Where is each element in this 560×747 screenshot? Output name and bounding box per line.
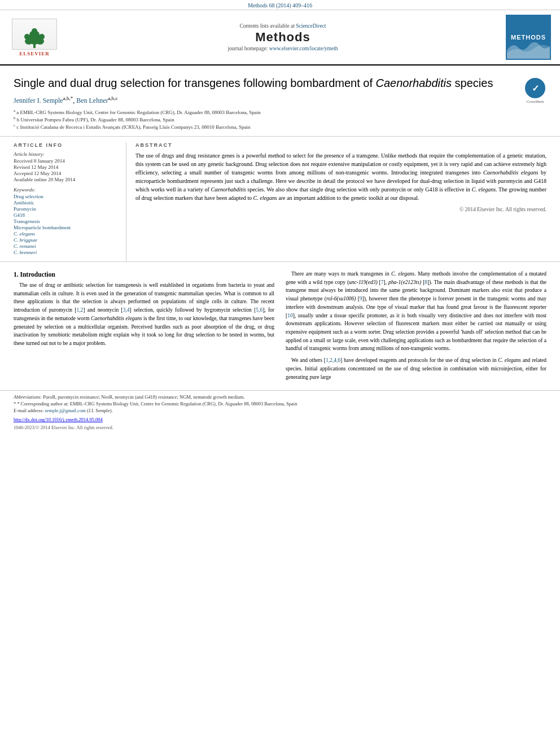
- article-title-text: Single and dual drug selection for trans…: [14, 76, 515, 130]
- keyword-1: Antibiotic: [14, 200, 119, 206]
- affiliation-b: b b Universitat Pompeu Fabra (UPF), Dr. …: [14, 116, 515, 123]
- ref-others-link[interactable]: 1,2,4,6: [326, 357, 340, 363]
- body-right-column: There are many ways to mark transgenes i…: [286, 270, 546, 385]
- svg-point-4: [24, 34, 30, 40]
- elsevier-logo-image: [12, 19, 57, 50]
- received-date: Received 8 January 2014: [14, 158, 119, 164]
- author-semple-affiliation: a,b,*: [63, 95, 73, 101]
- sciencedirect-link[interactable]: ScienceDirect: [296, 23, 326, 29]
- right-col-text: There are many ways to mark transgenes i…: [286, 270, 546, 381]
- author-lehner-affiliation: a,b,c: [108, 95, 117, 101]
- author-lehner-link[interactable]: Ben Lehner: [76, 97, 108, 104]
- author-semple-link[interactable]: Jennifer I. Semple: [14, 97, 63, 104]
- keyword-0: Drug selection: [14, 194, 119, 199]
- issn-text: 1046-2023/© 2014 Elsevier Inc. All right…: [14, 425, 113, 430]
- article-history: Article history: Received 8 January 2014…: [14, 151, 119, 182]
- contents-label: Contents lists available at: [239, 23, 294, 29]
- abbreviations-footnote: Abbreviations: PuroR, puromycin resistan…: [14, 394, 546, 400]
- svg-point-7: [32, 28, 37, 34]
- corresponding-footnote: * * Corresponding author at: EMBL-CRG Sy…: [14, 401, 546, 407]
- contents-availability-line: Contents lists available at ScienceDirec…: [60, 23, 506, 29]
- keyword-4: Transgenesis: [14, 219, 119, 224]
- sciencedirect-link-text: ScienceDirect: [296, 23, 326, 29]
- doi-footer: http://dx.doi.org/10.1016/j.ymeth.2014.0…: [0, 416, 560, 425]
- abbreviations-text: PuroR, puromycin resistance; NeoR, neomy…: [43, 394, 244, 400]
- crossmark-icon: ✓: [525, 78, 545, 98]
- doi-text: http://dx.doi.org/10.1016/j.ymeth.2014.0…: [14, 417, 103, 422]
- revised-date: Revised 12 May 2014: [14, 164, 119, 170]
- journal-name: Methods: [60, 30, 506, 45]
- history-label: Article history:: [14, 151, 119, 157]
- keyword-3: G418: [14, 212, 119, 218]
- article-authors: Jennifer I. Semplea,b,*, Ben Lehnera,b,c: [14, 95, 515, 105]
- issn-footer: 1046-2023/© 2014 Elsevier Inc. All right…: [0, 425, 560, 434]
- ref-10-link[interactable]: 10: [287, 313, 293, 318]
- methods-journal-logo: METHODS: [506, 15, 551, 60]
- body-left-column: 1. Introduction The use of drug or antib…: [14, 270, 274, 385]
- doi-link[interactable]: http://dx.doi.org/10.1016/j.ymeth.2014.0…: [14, 417, 103, 422]
- email-attribution: (J.I. Semple).: [87, 408, 113, 413]
- abbreviations-label: Abbreviations:: [14, 394, 42, 400]
- article-info-column: ARTICLE INFO Article history: Received 8…: [14, 142, 126, 261]
- journal-header: ELSEVIER Contents lists available at Sci…: [0, 10, 560, 65]
- homepage-url-text: www.elsevier.com/locate/ymeth: [269, 46, 338, 51]
- email-link[interactable]: semple.j@gmail.com: [45, 408, 86, 413]
- affiliation-a: a a EMBL-CRG Systems Biology Unit, Centr…: [14, 108, 515, 115]
- keyword-2: Puromycin: [14, 206, 119, 212]
- email-label: E-mail address:: [14, 408, 45, 413]
- article-info-abstract-section: ARTICLE INFO Article history: Received 8…: [0, 137, 560, 262]
- intro-text: The use of drug or antibiotic selection …: [14, 281, 274, 348]
- keyword-7: C. briggsae: [14, 237, 119, 243]
- homepage-label: journal homepage:: [228, 46, 268, 51]
- keyword-9: C. brenneri: [14, 250, 119, 255]
- keyword-6: C. elegans: [14, 231, 119, 237]
- elsevier-brand-text: ELSEVIER: [19, 51, 50, 56]
- corresponding-text: * Corresponding author at: EMBL-CRG Syst…: [17, 401, 297, 407]
- elsevier-tree-icon: [20, 28, 49, 49]
- methods-logo-text: METHODS: [511, 34, 546, 41]
- keyword-5: Microparticle bombardment: [14, 225, 119, 230]
- accepted-date: Accepted 12 May 2014: [14, 171, 119, 176]
- ref-7-link[interactable]: 7: [381, 279, 384, 285]
- right-paragraph-1: There are many ways to mark transgenes i…: [286, 270, 546, 353]
- journal-reference-bar: Methods 68 (2014) 409–416: [0, 0, 560, 10]
- affiliations: a a EMBL-CRG Systems Biology Unit, Centr…: [14, 108, 515, 130]
- abstract-paragraph: The use of drugs and drug resistance gen…: [135, 151, 546, 202]
- crossmark-badge: ✓ CrossMark: [524, 78, 546, 104]
- abstract-copyright: © 2014 Elsevier Inc. All rights reserved…: [135, 206, 546, 213]
- email-footnote: E-mail address: semple.j@gmail.com (J.I.…: [14, 408, 546, 413]
- right-paragraph-2: We and others [1,2,4,6] have developed r…: [286, 356, 546, 381]
- keywords-label: Keywords:: [14, 187, 119, 193]
- homepage-line: journal homepage: www.elsevier.com/locat…: [60, 46, 506, 51]
- intro-heading: 1. Introduction: [14, 271, 274, 278]
- article-body: 1. Introduction The use of drug or antib…: [0, 262, 560, 390]
- article-info-title: ARTICLE INFO: [14, 142, 119, 148]
- ref-2-link[interactable]: 3,4: [123, 307, 130, 313]
- article-title: Single and dual drug selection for trans…: [14, 76, 515, 91]
- abstract-text: The use of drugs and drug resistance gen…: [135, 151, 546, 213]
- keywords-section: Keywords: Drug selection Antibiotic Puro…: [14, 187, 119, 255]
- footnotes: Abbreviations: PuroR, puromycin resistan…: [0, 390, 560, 416]
- journal-reference-text: Methods 68 (2014) 409–416: [248, 2, 312, 8]
- ref-9-link[interactable]: 9: [360, 296, 362, 302]
- homepage-url[interactable]: www.elsevier.com/locate/ymeth: [269, 46, 338, 51]
- article-title-section: Single and dual drug selection for trans…: [0, 65, 560, 137]
- ref-8-link[interactable]: 8: [425, 279, 427, 285]
- abstract-column: ABSTRACT The use of drugs and drug resis…: [135, 142, 546, 261]
- ref-3-link[interactable]: 5,6: [256, 307, 262, 313]
- available-date: Available online 20 May 2014: [14, 177, 119, 182]
- affiliation-c: c c Institució Catalana de Recerca i Est…: [14, 123, 515, 130]
- journal-header-center: Contents lists available at ScienceDirec…: [60, 23, 506, 51]
- abstract-title: ABSTRACT: [135, 142, 546, 148]
- keyword-8: C. remanei: [14, 243, 119, 249]
- intro-paragraph-1: The use of drug or antibiotic selection …: [14, 281, 274, 348]
- elsevier-logo: ELSEVIER: [9, 19, 60, 56]
- ref-1-link[interactable]: 1,2: [76, 307, 83, 313]
- svg-point-5: [39, 34, 45, 40]
- crossmark-label: CrossMark: [526, 99, 544, 104]
